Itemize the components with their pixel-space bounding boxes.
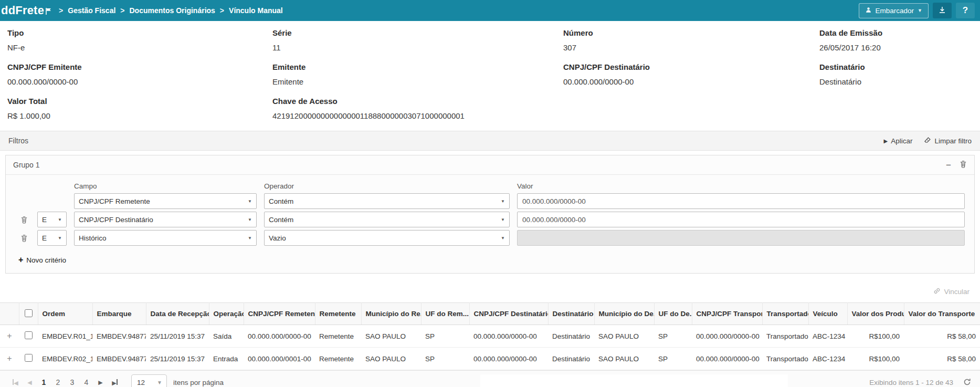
column-header[interactable]: Operação bbox=[209, 303, 244, 325]
apply-filter-button[interactable]: ▶ Aplicar bbox=[884, 137, 913, 145]
select-all-checkbox[interactable] bbox=[25, 309, 33, 317]
page-size-select[interactable]: 12 ▼ bbox=[131, 374, 167, 387]
apply-filter-label: Aplicar bbox=[891, 137, 912, 145]
field-emitente: Emitente Emitente bbox=[272, 62, 563, 97]
top-bar: ddFrete >Gestão Fiscal>Documentos Origin… bbox=[0, 0, 980, 21]
logic-operator-select[interactable]: E bbox=[37, 212, 67, 227]
user-menu-button[interactable]: Embarcador ▼ bbox=[859, 3, 929, 18]
first-page-icon: ◀ bbox=[13, 379, 18, 386]
field-select[interactable]: CNPJ/CPF Remetente bbox=[74, 193, 257, 209]
field-select[interactable]: CNPJ/CPF Destinatário bbox=[74, 212, 257, 227]
last-page-button[interactable]: ▶ bbox=[108, 375, 122, 387]
app-logo[interactable]: ddFrete bbox=[0, 4, 51, 18]
field-value: R$ 1.000,00 bbox=[7, 111, 272, 120]
value-input[interactable] bbox=[517, 193, 965, 209]
cell: SP bbox=[654, 348, 692, 370]
pager-status: Exibindo itens 1 - 12 de 43 bbox=[869, 379, 953, 386]
operator-select[interactable]: Vazio bbox=[264, 230, 510, 246]
column-header[interactable]: Veículo bbox=[808, 303, 847, 325]
table-header-row: OrdemEmbarqueData de RecepçãoOperaçãoCNP… bbox=[0, 303, 980, 325]
operator-select[interactable]: Contém bbox=[264, 212, 510, 227]
table-row[interactable]: +EMBDEV.R01_13EMBDEV.9487725/11/2019 15:… bbox=[0, 325, 980, 348]
column-header[interactable]: Transportador bbox=[762, 303, 808, 325]
column-header[interactable]: Destinatário bbox=[548, 303, 594, 325]
download-icon bbox=[938, 6, 946, 16]
cell: SP bbox=[654, 325, 692, 348]
vincular-button[interactable]: Vincular bbox=[933, 287, 970, 296]
row-expand-button[interactable]: + bbox=[7, 331, 12, 340]
field-value: Emitente bbox=[272, 77, 563, 86]
topbar-actions: Embarcador ▼ ? bbox=[859, 3, 975, 18]
page-button[interactable]: 3 bbox=[65, 373, 79, 387]
cell: Remetente bbox=[315, 325, 361, 348]
breadcrumb-item[interactable]: Gestão Fiscal bbox=[68, 6, 115, 15]
column-header[interactable]: UF do De... bbox=[654, 303, 692, 325]
criteria-delete-button[interactable] bbox=[18, 216, 30, 224]
campo-column-label: Campo bbox=[74, 182, 257, 190]
cell: SP bbox=[421, 325, 469, 348]
field-value: 4219120000000000000011888000000307100000… bbox=[272, 111, 972, 120]
field-value: 11 bbox=[272, 43, 563, 52]
download-button[interactable] bbox=[933, 3, 952, 18]
value-input[interactable] bbox=[517, 212, 965, 227]
value-input[interactable] bbox=[517, 230, 965, 246]
criteria-column-labels: Campo Operador Valor bbox=[6, 182, 974, 190]
vincular-toolbar: Vincular bbox=[0, 274, 980, 302]
next-page-button[interactable]: ▶ bbox=[93, 375, 108, 387]
column-header[interactable]: Ordem bbox=[38, 303, 92, 325]
column-header[interactable]: Município do Re... bbox=[361, 303, 421, 325]
cell: EMBDEV.94877 bbox=[92, 325, 146, 348]
column-header[interactable]: CNPJ/CPF Destinatário bbox=[469, 303, 548, 325]
new-criteria-button[interactable]: + Novo critério bbox=[18, 255, 66, 265]
breadcrumb-item[interactable]: Vínculo Manual bbox=[229, 6, 283, 15]
play-icon: ▶ bbox=[884, 138, 888, 144]
eraser-icon bbox=[924, 137, 931, 145]
filters-bar: Filtros ▶ Aplicar Limpar filtro bbox=[0, 131, 980, 151]
expander-column-header bbox=[0, 303, 19, 325]
column-header[interactable]: UF do Rem... bbox=[421, 303, 469, 325]
collapse-group-button[interactable]: − bbox=[946, 161, 951, 170]
field-value: NF-e bbox=[7, 43, 272, 52]
cell: SP bbox=[421, 348, 469, 370]
minus-icon: − bbox=[946, 161, 951, 170]
column-header[interactable]: Remetente bbox=[315, 303, 361, 325]
flag-icon bbox=[46, 4, 51, 18]
breadcrumb-item[interactable]: Documentos Originários bbox=[130, 6, 215, 15]
operator-select[interactable]: Contém bbox=[264, 193, 510, 209]
field-valor-total: Valor Total R$ 1.000,00 bbox=[7, 97, 272, 131]
breadcrumb: >Gestão Fiscal>Documentos Originários>Ví… bbox=[59, 6, 283, 15]
last-page-icon: ▶ bbox=[112, 379, 117, 386]
logic-operator-select[interactable]: E bbox=[37, 230, 67, 246]
column-header[interactable]: CNPJ/CPF Transpor... bbox=[692, 303, 762, 325]
delete-group-button[interactable] bbox=[960, 160, 967, 170]
items-per-page-label: itens por página bbox=[173, 379, 224, 386]
row-checkbox[interactable] bbox=[25, 354, 33, 362]
column-header[interactable]: CNPJ/CPF Remetente bbox=[244, 303, 315, 325]
column-header[interactable]: Valor dos Produtos bbox=[847, 303, 904, 325]
first-page-button[interactable]: ◀ bbox=[8, 375, 23, 387]
refresh-button[interactable] bbox=[963, 378, 972, 387]
trash-icon bbox=[960, 160, 967, 170]
cell: Remetente bbox=[315, 348, 361, 370]
cell: EMBDEV.94877 bbox=[92, 348, 146, 370]
row-checkbox[interactable] bbox=[25, 331, 33, 339]
column-header[interactable]: Município do De... bbox=[594, 303, 654, 325]
field-value: 00.000.000/0000-00 bbox=[7, 77, 272, 86]
column-header[interactable]: Data de Recepção bbox=[146, 303, 209, 325]
row-expand-button[interactable]: + bbox=[7, 354, 12, 363]
cell: R$ 58,00 bbox=[904, 325, 980, 348]
criteria-delete-button[interactable] bbox=[18, 234, 30, 242]
page-button[interactable]: 4 bbox=[79, 373, 93, 387]
clear-filter-button[interactable]: Limpar filtro bbox=[924, 137, 972, 145]
field-label: Chave de Acesso bbox=[272, 97, 972, 106]
page-button[interactable]: 2 bbox=[51, 373, 65, 387]
prev-page-button[interactable]: ◀ bbox=[23, 375, 37, 387]
table-row[interactable]: +EMBDEV.R02_13EMBDEV.9487725/11/2019 15:… bbox=[0, 348, 980, 370]
field-value: Destinatário bbox=[819, 77, 972, 86]
help-button[interactable]: ? bbox=[956, 3, 975, 18]
field-select[interactable]: Histórico bbox=[74, 230, 257, 246]
prev-page-icon: ◀ bbox=[27, 379, 31, 386]
page-button[interactable]: 1 bbox=[37, 374, 51, 387]
column-header[interactable]: Valor do Transporte bbox=[904, 303, 980, 325]
column-header[interactable]: Embarque bbox=[92, 303, 146, 325]
